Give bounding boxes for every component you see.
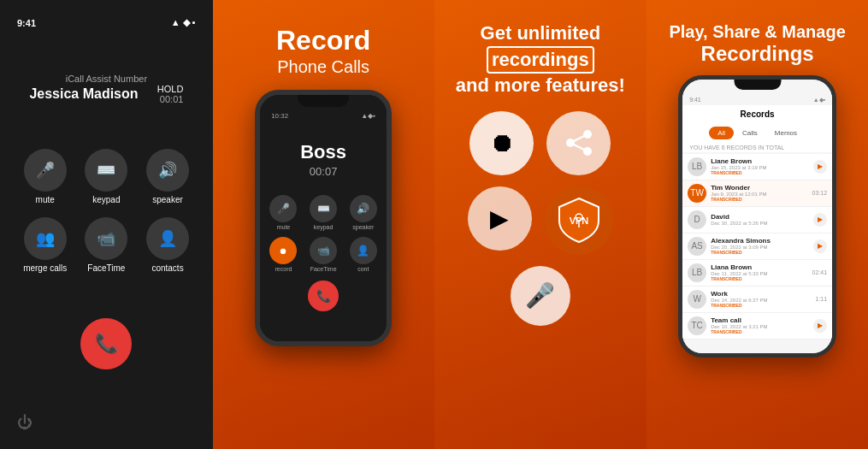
contacts-icon: 👤 bbox=[146, 217, 189, 260]
notch-panel2 bbox=[298, 95, 349, 107]
features-line2: and more features! bbox=[456, 74, 625, 96]
mute-icon: 🎤 bbox=[24, 149, 67, 192]
features-row2: ▶ VPN bbox=[468, 186, 613, 255]
contacts-label: contacts bbox=[151, 263, 183, 273]
p-record-icon: ⏺ bbox=[269, 237, 297, 264]
rs-play-alex[interactable]: ▶ bbox=[813, 239, 827, 253]
rs-record-tim[interactable]: TW Tim Wonder Jan 9, 2023 at 12:01 PM TR… bbox=[682, 180, 832, 207]
power-icon: ⏻ bbox=[9, 414, 32, 432]
end-call-button[interactable]: 📞 bbox=[80, 318, 132, 369]
p-speaker-icon: 🔊 bbox=[350, 195, 377, 222]
record-subheadline: Phone Calls bbox=[277, 57, 369, 77]
call-info: iCall Assist Number Jessica Madison HOLD… bbox=[29, 74, 183, 104]
record-headline: Record bbox=[276, 26, 370, 56]
speaker-btn[interactable]: 🔊 speaker bbox=[144, 149, 192, 204]
features-highlight: recordings bbox=[487, 46, 594, 74]
rs-avatar-liane: LB bbox=[688, 157, 706, 176]
p-facetime-icon: 📹 bbox=[310, 237, 337, 264]
phone-call-time: 00:07 bbox=[310, 165, 338, 178]
rs-avatar-tim: TW bbox=[688, 184, 706, 203]
rs-info-liane: Liane Brown Jan 15, 2023 at 3:19 PM TRAN… bbox=[711, 157, 809, 175]
keypad-btn[interactable]: ⌨️ keypad bbox=[82, 149, 131, 204]
p-record: ⏺ record bbox=[267, 237, 300, 272]
rs-tab-calls[interactable]: Calls bbox=[734, 127, 766, 139]
call-header: Jessica Madison HOLD 00:01 bbox=[29, 84, 183, 104]
rs-duration-work: 1:11 bbox=[816, 296, 828, 302]
phone-caller-name: Boss bbox=[300, 141, 346, 163]
mute-label: mute bbox=[36, 195, 55, 204]
mic-bubble: 🎤 bbox=[511, 266, 570, 326]
mute-btn[interactable]: 🎤 mute bbox=[21, 149, 69, 204]
merge-icon: 👥 bbox=[24, 217, 67, 260]
panel-features: Get unlimited recordings and more featur… bbox=[434, 0, 647, 449]
call-label: iCall Assist Number bbox=[29, 74, 183, 84]
end-call-icon: 📞 bbox=[95, 333, 118, 355]
rs-tabs: All Calls Memos bbox=[682, 123, 832, 143]
rs-title: Records bbox=[682, 105, 832, 123]
phone-screen-panel2: 10:32 ▲◆▪ Boss 00:07 🎤 mute ⌨️ keypad 🔊 … bbox=[260, 95, 387, 341]
p-cont: 👤 cont bbox=[346, 237, 380, 272]
records-headline-main: Recordings bbox=[701, 42, 814, 67]
rs-info-tim: Tim Wonder Jan 9, 2023 at 12:01 PM TRANS… bbox=[711, 184, 807, 202]
call-controls: 🎤 mute ⌨️ keypad 🔊 speaker 👥 merge calls… bbox=[21, 149, 192, 273]
speaker-label: speaker bbox=[152, 195, 183, 204]
rs-tab-all[interactable]: All bbox=[709, 127, 734, 139]
svg-line-3 bbox=[570, 134, 588, 143]
records-phone-mockup: 9:41 ▲◆▪ Records All Calls Memos YOU HAV… bbox=[678, 75, 836, 357]
rs-info-work: Work Dec 14, 2022 at 6:27 PM TRANSCRIBED bbox=[711, 290, 811, 308]
p-cont-icon: 👤 bbox=[350, 237, 377, 264]
status-bar-panel1: 9:41 ▲ ◆ ▪ bbox=[9, 17, 204, 28]
contacts-btn[interactable]: 👤 contacts bbox=[144, 217, 192, 273]
caller-name: Jessica Madison bbox=[29, 86, 138, 102]
rs-status-bar: 9:41 ▲◆▪ bbox=[682, 95, 832, 105]
icons-panel1: ▲ ◆ ▪ bbox=[171, 17, 196, 28]
rs-play-david[interactable]: ▶ bbox=[813, 213, 827, 227]
features-row3: 🎤 bbox=[511, 266, 570, 326]
rs-record-david[interactable]: D David Dec 30, 2022 at 5:26 PM ▶ bbox=[682, 207, 832, 233]
rs-duration-tim: 03:12 bbox=[812, 190, 828, 196]
p-speaker: 🔊 speaker bbox=[346, 195, 380, 230]
vpn-bubble: VPN bbox=[545, 186, 613, 255]
features-icons: ⏺ ▶ VPN bbox=[443, 111, 639, 326]
facetime-btn[interactable]: 📹 FaceTime bbox=[82, 217, 131, 273]
merge-calls-btn[interactable]: 👥 merge calls bbox=[21, 217, 69, 273]
panel-call-screen: 9:41 ▲ ◆ ▪ iCall Assist Number Jessica M… bbox=[0, 0, 213, 449]
p-facetime: 📹 FaceTime bbox=[307, 237, 340, 272]
rp-notch bbox=[734, 80, 781, 90]
phone-status-bar: 10:32 ▲◆▪ bbox=[267, 112, 380, 120]
keypad-label: keypad bbox=[92, 195, 120, 204]
rs-record-work[interactable]: W Work Dec 14, 2022 at 6:27 PM TRANSCRIB… bbox=[682, 287, 832, 313]
records-headline-top: Play, Share & Manage bbox=[669, 21, 845, 42]
p-end-row: 📞 bbox=[267, 281, 380, 311]
phone-controls: 🎤 mute ⌨️ keypad 🔊 speaker ⏺ record 📹 bbox=[267, 195, 380, 272]
rs-avatar-team: TC bbox=[688, 316, 706, 335]
p-keypad-icon: ⌨️ bbox=[310, 195, 337, 222]
rs-duration-liana: 02:41 bbox=[812, 269, 828, 275]
rs-record-alexandra[interactable]: AS Alexandra Simons Dec 20, 2022 at 3:09… bbox=[682, 233, 832, 260]
rs-play-liane[interactable]: ▶ bbox=[813, 160, 827, 174]
panel-record: Record Phone Calls 10:32 ▲◆▪ Boss 00:07 … bbox=[213, 0, 434, 449]
rs-info-alexandra: Alexandra Simons Dec 20, 2022 at 3:09 PM… bbox=[711, 237, 809, 255]
keypad-icon: ⌨️ bbox=[85, 149, 127, 192]
p-keypad: ⌨️ keypad bbox=[307, 195, 340, 230]
phone-mockup-panel2: 10:32 ▲◆▪ Boss 00:07 🎤 mute ⌨️ keypad 🔊 … bbox=[255, 90, 392, 346]
rs-info-team: Team call Dec 10, 2022 at 3:21 PM TRANSC… bbox=[711, 316, 809, 334]
rs-info-liana: Liana Brown Dec 11, 2022 at 5:33 PM TRAN… bbox=[711, 263, 807, 281]
rs-play-team[interactable]: ▶ bbox=[813, 319, 827, 333]
features-line1: Get unlimited bbox=[481, 22, 601, 44]
rs-record-liane[interactable]: LB Liane Brown Jan 15, 2023 at 3:19 PM T… bbox=[682, 154, 832, 180]
time-panel1: 9:41 bbox=[17, 18, 36, 28]
facetime-icon: 📹 bbox=[85, 217, 127, 260]
rs-tab-memos[interactable]: Memos bbox=[766, 127, 806, 139]
hold-badge: HOLD 00:01 bbox=[157, 84, 184, 104]
merge-label: merge calls bbox=[23, 263, 67, 273]
hold-time: 00:01 bbox=[157, 94, 184, 104]
rs-records-list: LB Liane Brown Jan 15, 2023 at 3:19 PM T… bbox=[682, 154, 832, 340]
rs-record-liana[interactable]: LB Liana Brown Dec 11, 2022 at 5:33 PM T… bbox=[682, 260, 832, 287]
facetime-label: FaceTime bbox=[87, 263, 125, 273]
rs-record-team[interactable]: TC Team call Dec 10, 2022 at 3:21 PM TRA… bbox=[682, 313, 832, 340]
panel-records: Play, Share & Manage Recordings 9:41 ▲◆▪… bbox=[647, 0, 868, 449]
p-end-call-btn: 📞 bbox=[308, 281, 339, 311]
p-mute-icon: 🎤 bbox=[269, 195, 297, 222]
rs-avatar-liana: LB bbox=[688, 263, 706, 282]
